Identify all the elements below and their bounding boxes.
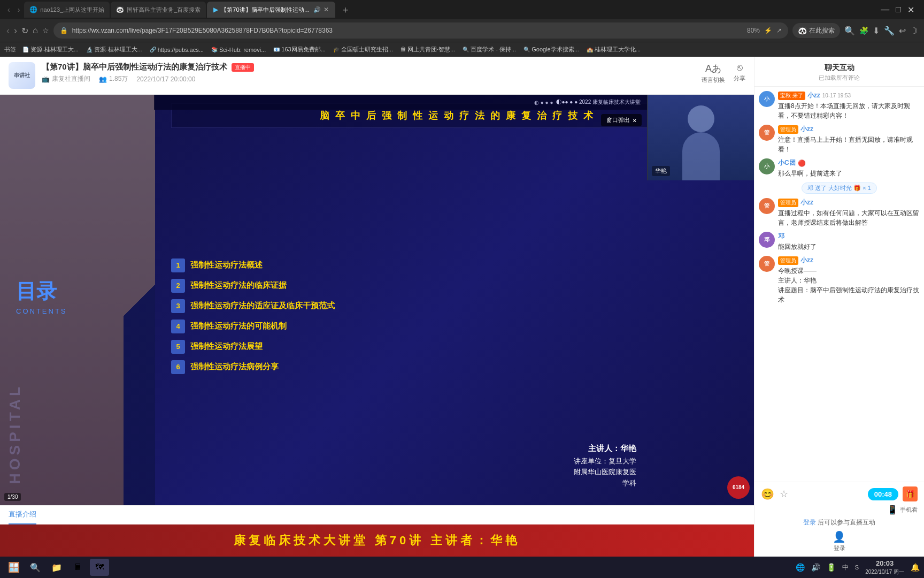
- input-indicator: S: [855, 564, 859, 571]
- content-item-2: 2 强制性运动疗法的临床证据: [171, 277, 743, 295]
- lecture-info: 【第70讲】脑卒中后强制性运动疗法的康复治疗技术 直播中 📺 康复社直播间 👥 …: [42, 62, 695, 83]
- bookmark-star[interactable]: ☆: [42, 26, 49, 35]
- bookmark-2-label: https://pubs.acs...: [158, 47, 204, 53]
- emoji-button[interactable]: 😊: [761, 488, 774, 500]
- tools-icon[interactable]: 🔧: [884, 26, 895, 36]
- channel-icon: 📺: [42, 75, 50, 83]
- close-button[interactable]: ✕: [907, 5, 914, 15]
- slide-counter: 1/30: [4, 493, 21, 501]
- bookmark-item-7[interactable]: 🔍 百度学术 - 保持...: [459, 44, 519, 55]
- msg-4-text: 直播过程中，如有任何问题，大家可以在互动区留言，老师授课结束后将做出解答: [778, 208, 920, 227]
- nav-back[interactable]: ‹: [4, 5, 13, 14]
- msg-5-sender: 邓: [778, 232, 784, 241]
- main-area: 串讲社 【第70讲】脑卒中后强制性运动疗法的康复治疗技术 直播中 📺 康复社直播…: [0, 57, 924, 557]
- content-item-3: 3 强制性运动疗法的适应证及临床干预范式: [171, 297, 743, 315]
- tab-intro[interactable]: 直播介绍: [9, 505, 36, 524]
- taskbar-magnifier[interactable]: 🗺: [90, 559, 109, 576]
- tab-3-close[interactable]: ✕: [324, 6, 329, 13]
- nav-forward[interactable]: ›: [14, 5, 24, 14]
- chat-msg-6: 管 管理员 小zz 今晚授课——主讲人：华艳讲座题目：脑卒中后强制性运动疗法的康…: [759, 256, 920, 305]
- lightning-icon: ⚡: [764, 27, 772, 34]
- bookmark-item-8[interactable]: 🔍 Google学术搜索...: [520, 44, 582, 55]
- slide-content: HOSPITAL 目录 CONTENTS 脑 卒 中 后 强 制 性 运 动 疗…: [0, 95, 754, 505]
- bookmark-item-3[interactable]: 📚 Sci-Hub: removi...: [208, 45, 269, 54]
- bookmark-0-icon: 📄: [22, 47, 29, 52]
- login-link[interactable]: 登录: [803, 519, 816, 526]
- content-item-1: 1 强制性运动疗法概述: [171, 256, 743, 275]
- search-label: 在此搜索: [809, 26, 835, 35]
- url-bar[interactable]: 🔒 https://wx.vzan.com/live/page/3F17F20B…: [53, 22, 788, 39]
- item-2-text: 强制性运动疗法的临床证据: [190, 280, 287, 291]
- tab-2-label: 国轩高科主营业务_百度搜索: [127, 6, 201, 14]
- tab-2[interactable]: 🐼 国轩高科主营业务_百度搜索: [111, 2, 206, 18]
- item-1-num: 1: [171, 258, 185, 272]
- taskbar-calc[interactable]: 🖩: [68, 559, 88, 576]
- maximize-button[interactable]: □: [896, 5, 901, 14]
- bookmark-item-9[interactable]: 🏫 桂林理工大学化...: [583, 44, 644, 55]
- bookmark-item-4[interactable]: 📧 163网易免费邮...: [270, 44, 329, 55]
- msg-3-content: 小C团 🔴 那么早啊，提前进来了: [778, 158, 920, 178]
- bookmark-7-label: 百度学术 - 保持...: [471, 45, 516, 54]
- bookmark-item-0[interactable]: 📄 资源-桂林理工大...: [19, 44, 82, 55]
- item-1-text: 强制性运动疗法概述: [190, 260, 263, 270]
- bookmark-3-icon: 📚: [211, 47, 218, 52]
- taskbar-explorer[interactable]: 📁: [47, 559, 66, 576]
- back-button[interactable]: ‹: [6, 25, 10, 36]
- login-button[interactable]: 👤 登录: [833, 530, 846, 552]
- bookmark-0-label: 资源-桂林理工大...: [30, 45, 79, 54]
- profile-search[interactable]: 🐼 在此搜索: [792, 23, 840, 38]
- bookmark-item-6[interactable]: 🏛 网上共青团·智慧...: [397, 44, 458, 55]
- content-item-5: 5 强制性运动疗法展望: [171, 338, 743, 356]
- mulu-zh: 目录: [16, 278, 67, 305]
- item-3-text: 强制性运动疗法的适应证及临床干预范式: [190, 301, 335, 311]
- forward-button[interactable]: ›: [14, 25, 17, 36]
- bookmark-item-2[interactable]: 🔗 https://pubs.acs...: [147, 45, 207, 54]
- bottom-banner-text: 康复临床技术大讲堂 第70讲 主讲者：华艳: [234, 533, 521, 549]
- msg-1-time: 10-17 19:53: [822, 93, 851, 98]
- slide-contents: 1 强制性运动疗法概述 2 强制性运动疗法的临床证据 3 强制性运动疗法的适应证…: [171, 135, 743, 497]
- settings-icon[interactable]: ☽: [910, 26, 918, 36]
- home-button[interactable]: ⌂: [33, 26, 38, 35]
- msg-6-text: 今晚授课——主讲人：华艳讲座题目：脑卒中后强制性运动疗法的康复治疗技术: [778, 266, 920, 305]
- search-icon[interactable]: 🔍: [844, 26, 855, 36]
- taskbar-search[interactable]: 🔍: [26, 559, 45, 576]
- network-icon: 🌐: [796, 563, 805, 572]
- msg-1-content: 宝秋 来了 小zz 10-17 19:53 直播8点开始！本场直播无回放，请大家…: [778, 91, 920, 120]
- notification-icon[interactable]: 🔔: [911, 563, 920, 572]
- avatar-6: 管: [759, 256, 775, 272]
- bookmark-5-icon: 🎓: [333, 47, 340, 52]
- minimize-button[interactable]: —: [881, 5, 889, 14]
- msg-2-sender: 小zz: [800, 125, 813, 134]
- tab-1[interactable]: 🌐 nao123_上网从这里开始: [24, 2, 110, 18]
- avatar-2: 管: [759, 125, 775, 141]
- gift-button[interactable]: 🎁: [903, 486, 918, 501]
- tab-bar: ‹ › 🌐 nao123_上网从这里开始 🐼 国轩高科主营业务_百度搜索 ▶ 【…: [0, 0, 924, 19]
- bookmark-item-1[interactable]: 🔬 资源-桂林理工大...: [83, 44, 145, 55]
- bookmark-item-5[interactable]: 🎓 全国硕士研究生招...: [330, 44, 396, 55]
- address-bar-row: ‹ › ↻ ⌂ ☆ 🔒 https://wx.vzan.com/live/pag…: [0, 19, 924, 42]
- share-btn[interactable]: ⎋ 分享: [734, 62, 745, 82]
- reload-button[interactable]: ↻: [21, 26, 28, 36]
- star-button[interactable]: ☆: [780, 488, 788, 500]
- avatar-1: 小: [759, 91, 775, 107]
- msg-2-text: 注意！直播马上上开始！直播无回放，请准时观看！: [778, 135, 920, 154]
- extension-icon[interactable]: 🧩: [859, 26, 868, 35]
- tab-3[interactable]: ▶ 【第70讲】脑卒中后强制性运动疗... 🔊 ✕: [207, 2, 335, 18]
- system-clock: 20:03 2022/10/17 周一: [865, 559, 904, 576]
- item-4-num: 4: [171, 320, 185, 333]
- start-button[interactable]: 🪟: [4, 559, 24, 576]
- language-switch-btn[interactable]: Aあ 语言切换: [702, 62, 725, 84]
- lang-indicator: 中: [842, 563, 849, 572]
- item-5-num: 5: [171, 340, 185, 354]
- popup-button[interactable]: 窗口弹出 ×: [601, 114, 642, 126]
- new-tab-button[interactable]: ＋: [336, 0, 355, 19]
- undo-icon[interactable]: ↩: [899, 26, 906, 36]
- download-icon[interactable]: ⬇: [873, 26, 880, 36]
- login-suffix: 后可以参与直播互动: [818, 519, 875, 526]
- phone-label: 手机看: [900, 506, 918, 514]
- share-icon[interactable]: ↗: [776, 27, 782, 34]
- chat-subtitle: 已加载所有评论: [763, 74, 915, 82]
- popup-close-icon[interactable]: ×: [633, 117, 636, 124]
- viewer-count: 👥 1.85万: [99, 74, 128, 83]
- msg-4-content: 管理员 小zz 直播过程中，如有任何问题，大家可以在互动区留言，老师授课结束后将…: [778, 198, 920, 227]
